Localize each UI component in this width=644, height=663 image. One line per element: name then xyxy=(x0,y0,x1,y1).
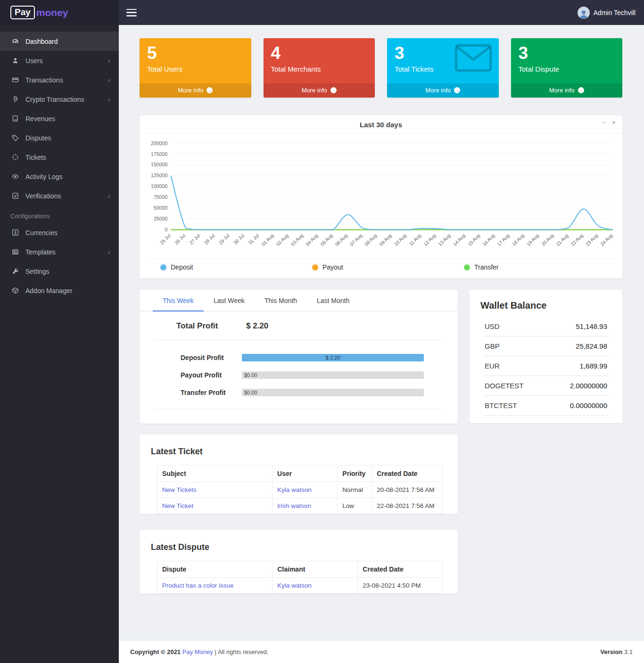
svg-text:08 Aug: 08 Aug xyxy=(363,233,378,247)
more-info-link[interactable]: More info → xyxy=(264,83,375,98)
svg-text:75000: 75000 xyxy=(154,194,168,200)
admin-user-menu[interactable]: Admin Techvill xyxy=(578,7,636,19)
svg-text:0: 0 xyxy=(165,227,168,232)
ticket-user-link[interactable]: Kyla watson xyxy=(277,486,312,493)
sidebar-item-settings[interactable]: Settings xyxy=(0,262,119,281)
newspaper-icon xyxy=(10,248,20,255)
svg-text:50000: 50000 xyxy=(154,205,168,211)
tab-last-month[interactable]: Last Month xyxy=(307,290,359,311)
profit-bars: Deposit Profit $ 2.20 Payout Profit $0.0… xyxy=(140,340,458,396)
stat-label: Total Merchants xyxy=(271,65,368,73)
svg-text:09 Aug: 09 Aug xyxy=(379,233,393,247)
dispute-link[interactable]: Product has a color issue xyxy=(162,582,234,589)
wallet-row-btctest: BTCTEST 0.00000000 xyxy=(484,396,608,416)
ticket-subject-link[interactable]: New Ticket xyxy=(162,502,193,509)
sidebar-item-tickets[interactable]: Tickets xyxy=(0,147,119,167)
more-info-link[interactable]: More info → xyxy=(140,83,251,98)
main-area: 5 Total Users More info → 4 Total Mercha… xyxy=(119,25,644,663)
svg-text:14 Aug: 14 Aug xyxy=(452,233,466,247)
ticket-created-date: 20-08-2021 7:56 AM xyxy=(372,482,443,498)
profit-card: This Week Last Week This Month Last Mont… xyxy=(140,290,458,424)
stat-card-total-merchants: 4 Total Merchants More info → xyxy=(264,38,375,98)
chevron-left-icon: ‹ xyxy=(108,76,110,83)
bitcoin-icon xyxy=(10,96,20,103)
close-icon[interactable]: × xyxy=(612,119,616,126)
tab-last-week[interactable]: Last Week xyxy=(204,290,255,311)
legend-label: Payout xyxy=(322,263,343,271)
svg-text:21 Aug: 21 Aug xyxy=(555,233,570,247)
column-header: User xyxy=(272,466,338,482)
ticket-user-link[interactable]: Irish watson xyxy=(277,502,311,509)
svg-text:12 Aug: 12 Aug xyxy=(422,233,437,247)
svg-text:100000: 100000 xyxy=(151,183,167,189)
sidebar-item-label: Tickets xyxy=(25,154,110,161)
svg-text:150000: 150000 xyxy=(151,162,167,167)
sidebar-item-disputes[interactable]: Disputes xyxy=(0,128,119,147)
tab-this-month[interactable]: This Month xyxy=(255,290,307,311)
dispute-created-date: 23-08-2021 4:50 PM xyxy=(358,578,443,594)
legend-item-payout: Payout xyxy=(312,263,464,271)
more-info-link[interactable]: More info → xyxy=(511,83,623,98)
sidebar-item-crypto-transactions[interactable]: Crypto Transactions ‹ xyxy=(0,90,119,109)
tab-this-week[interactable]: This Week xyxy=(153,290,204,311)
admin-name: Admin Techvill xyxy=(594,9,636,16)
deposit-profit-row: Deposit Profit $ 2.20 xyxy=(181,354,424,361)
sidebar-item-transactions[interactable]: Transactions ‹ xyxy=(0,70,119,90)
dashboard-icon xyxy=(10,38,20,45)
sidebar-item-label: Templates xyxy=(25,248,108,256)
deposit-dot-icon xyxy=(160,264,166,270)
chevron-left-icon: ‹ xyxy=(108,96,110,103)
app-window: Pay money Admin Techvill Dashboard Users… xyxy=(0,0,644,663)
copyright-text: Copyright © 2021 xyxy=(130,648,181,655)
wallet-balance-title: Wallet Balance xyxy=(470,290,622,317)
page-footer: Copyright © 2021 Pay Money | All rights … xyxy=(119,640,644,663)
sidebar-item-label: Transactions xyxy=(25,76,108,84)
svg-text:30 Jul: 30 Jul xyxy=(232,233,245,246)
version-label: Version xyxy=(600,648,622,655)
sidebar-item-activity-logs[interactable]: Activity Logs xyxy=(0,167,119,186)
pay-money-link[interactable]: Pay Money xyxy=(182,648,213,655)
arrow-circle-right-icon: → xyxy=(454,87,460,93)
ticket-subject-link[interactable]: New Tickets xyxy=(162,486,197,493)
bar-label: Deposit Profit xyxy=(181,354,242,361)
sidebar-item-label: Currencies xyxy=(25,229,110,237)
sidebar-item-templates[interactable]: Templates ‹ xyxy=(0,242,119,262)
progress-track: $0.00 xyxy=(242,371,424,379)
more-info-label: More info xyxy=(549,87,575,94)
sidebar-item-currencies[interactable]: $ Currencies xyxy=(0,223,119,242)
claimant-link[interactable]: Kyla watson xyxy=(277,582,312,589)
more-info-link[interactable]: More info → xyxy=(387,83,499,98)
svg-text:19 Aug: 19 Aug xyxy=(526,233,540,247)
eye-icon xyxy=(10,173,20,180)
sidebar-item-verifications[interactable]: Verifications ‹ xyxy=(0,186,119,205)
bar-value: $0.00 xyxy=(242,371,424,379)
ticket-priority: Low xyxy=(338,498,372,514)
rights-text: | All rights reserved. xyxy=(215,648,268,655)
svg-text:03 Aug: 03 Aug xyxy=(290,233,304,247)
sidebar-item-users[interactable]: Users ‹ xyxy=(0,51,119,70)
stat-value: 3 xyxy=(519,43,615,64)
currency-amount: 2.00000000 xyxy=(570,382,607,390)
sidebar-item-dashboard[interactable]: Dashboard xyxy=(0,32,119,51)
sidebar-item-label: Settings xyxy=(25,268,110,275)
currency-amount: 25,824.98 xyxy=(576,342,607,350)
box-icon xyxy=(10,287,20,294)
stat-label: Total Dispute xyxy=(519,65,615,73)
wallet-balance-card: Wallet Balance USD 51,148.93 GBP 25,824.… xyxy=(470,290,622,423)
stat-card-total-dispute: 3 Total Dispute More info → xyxy=(511,38,623,98)
collapse-icon[interactable]: − xyxy=(603,119,606,126)
brand-logo[interactable]: Pay money xyxy=(0,0,119,25)
bar-value: $0.00 xyxy=(242,389,424,396)
wallet-row-gbp: GBP 25,824.98 xyxy=(484,336,608,356)
svg-text:16 Aug: 16 Aug xyxy=(481,233,495,247)
column-header: Created Date xyxy=(372,466,443,482)
hamburger-menu-icon[interactable] xyxy=(126,9,137,16)
legend-item-transfer: Transfer xyxy=(464,263,616,271)
currency-code: EUR xyxy=(485,362,500,370)
content: 5 Total Users More info → 4 Total Mercha… xyxy=(119,25,644,640)
check-square-icon xyxy=(10,192,20,199)
svg-text:06 Aug: 06 Aug xyxy=(334,233,348,247)
sidebar-item-revenues[interactable]: Revenues xyxy=(0,109,119,128)
sidebar-item-addon-manager[interactable]: Addon Manager xyxy=(0,281,119,300)
latest-ticket-card: Latest Ticket Subject User Priority Crea… xyxy=(140,434,458,514)
